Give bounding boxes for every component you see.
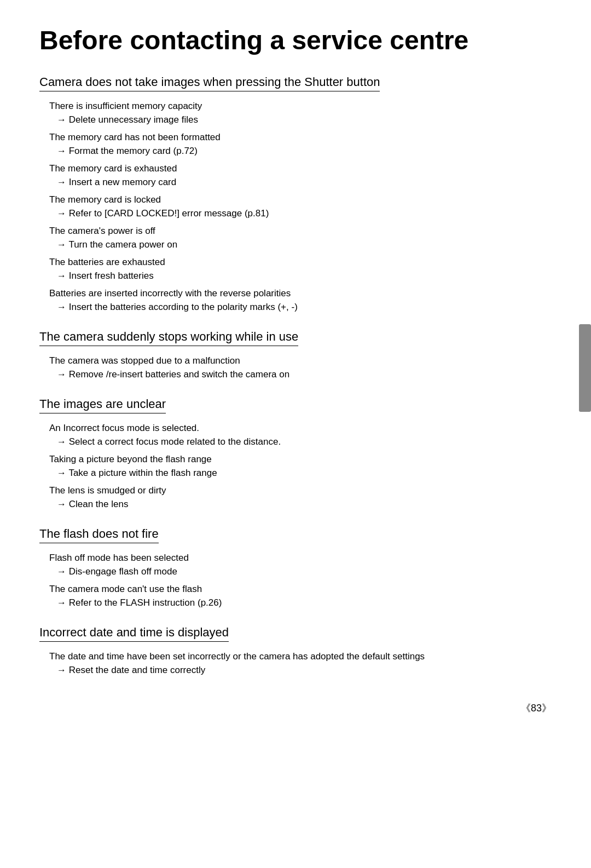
section-3-heading: The images are unclear <box>39 397 166 413</box>
section-3-cause-1: Taking a picture beyond the flash range <box>49 452 552 467</box>
section-3-cause-2: The lens is smudged or dirty <box>49 484 552 498</box>
section-1-cause-2: The memory card is exhausted <box>49 162 552 176</box>
section-5-cause-0: The date and time have been set incorrec… <box>49 649 552 664</box>
section-4-cause-0: Flash off mode has been selected <box>49 551 552 565</box>
section-1-heading: Camera does not take images when pressin… <box>39 75 380 91</box>
section-3-content: An Incorrect focus mode is selected.→ Se… <box>39 421 552 511</box>
section-1-solution-4: → Turn the camera power on <box>49 238 552 252</box>
section-5: Incorrect date and time is displayedThe … <box>39 625 552 677</box>
section-4-content: Flash off mode has been selected→ Dis-en… <box>39 551 552 610</box>
section-1-solution-2: → Insert a new memory card <box>49 175 552 189</box>
section-1-cause-4: The camera's power is off <box>49 224 552 238</box>
page-number: 《83》 <box>521 702 552 715</box>
section-1-solution-1: → Format the memory card (p.72) <box>49 144 552 158</box>
section-3: The images are unclearAn Incorrect focus… <box>39 397 552 511</box>
section-2: The camera suddenly stops working while … <box>39 330 552 382</box>
section-1: Camera does not take images when pressin… <box>39 75 552 314</box>
section-4-heading: The flash does not fire <box>39 527 159 543</box>
section-4: The flash does not fireFlash off mode ha… <box>39 527 552 610</box>
section-1-cause-3: The memory card is locked <box>49 193 552 207</box>
section-1-solution-6: → Insert the batteries according to the … <box>49 300 552 314</box>
section-1-solution-3: → Refer to [CARD LOCKED!] error message … <box>49 206 552 221</box>
section-3-solution-2: → Clean the lens <box>49 497 552 511</box>
section-1-cause-6: Batteries are inserted incorrectly with … <box>49 286 552 301</box>
section-4-solution-1: → Refer to the FLASH instruction (p.26) <box>49 596 552 610</box>
section-2-cause-0: The camera was stopped due to a malfunct… <box>49 354 552 368</box>
section-2-heading: The camera suddenly stops working while … <box>39 330 298 346</box>
section-1-solution-0: → Delete unnecessary image files <box>49 113 552 127</box>
section-2-content: The camera was stopped due to a malfunct… <box>39 354 552 382</box>
section-2-solution-0: → Remove /re-insert batteries and switch… <box>49 367 552 382</box>
sections-container: Camera does not take images when pressin… <box>39 75 552 677</box>
section-1-solution-5: → Insert fresh batteries <box>49 269 552 283</box>
section-3-solution-0: → Select a correct focus mode related to… <box>49 435 552 449</box>
section-1-cause-1: The memory card has not been formatted <box>49 130 552 145</box>
section-3-solution-1: → Take a picture within the flash range <box>49 466 552 480</box>
section-5-content: The date and time have been set incorrec… <box>39 649 552 677</box>
section-4-cause-1: The camera mode can't use the flash <box>49 582 552 596</box>
section-1-content: There is insufficient memory capacity→ D… <box>39 99 552 314</box>
section-1-cause-5: The batteries are exhausted <box>49 255 552 269</box>
section-5-solution-0: → Reset the date and time correctly <box>49 663 552 677</box>
section-4-solution-0: → Dis-engage flash off mode <box>49 565 552 579</box>
scrollbar[interactable] <box>579 324 591 412</box>
section-3-cause-0: An Incorrect focus mode is selected. <box>49 421 552 435</box>
section-5-heading: Incorrect date and time is displayed <box>39 625 229 642</box>
page-container: Before contacting a service centre Camer… <box>0 0 591 737</box>
page-title: Before contacting a service centre <box>39 26 552 55</box>
section-1-cause-0: There is insufficient memory capacity <box>49 99 552 113</box>
